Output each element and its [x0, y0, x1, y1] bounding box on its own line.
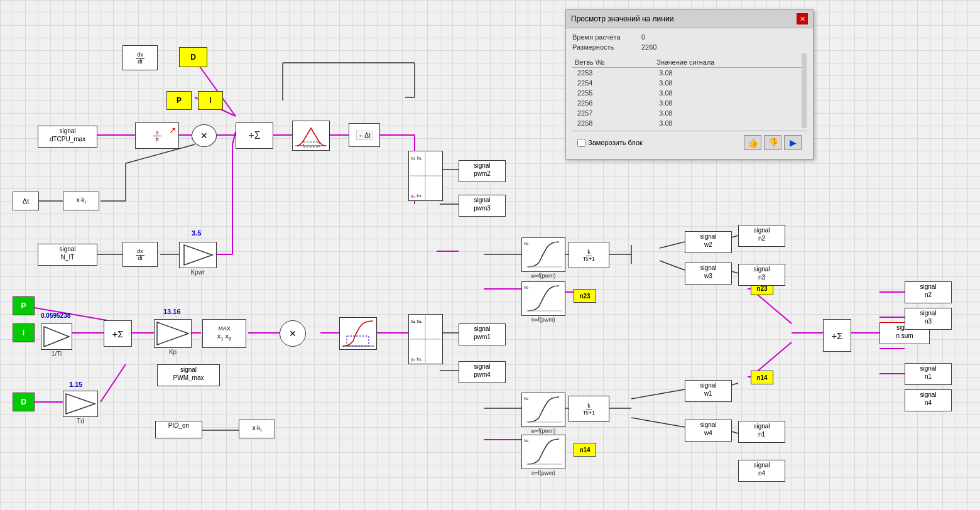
- kp-label: Kp: [154, 349, 192, 355]
- svg-marker-80: [66, 394, 95, 414]
- kpwr-block[interactable]: [179, 242, 217, 268]
- w-fpwm-bottom-label: w=f(pwm): [521, 428, 565, 434]
- gaussian-block[interactable]: [292, 121, 330, 151]
- svg-text:γₐ b₁: γₐ b₁: [411, 356, 422, 362]
- signal-n3-block[interactable]: signal n3: [738, 264, 785, 286]
- panel-title: Просмотр значений на линии: [571, 14, 673, 23]
- panel-ok-button[interactable]: 👍: [744, 135, 761, 150]
- sum-block-top[interactable]: +Σ: [236, 122, 273, 149]
- panel-table-row: 22583.08: [572, 118, 802, 128]
- kp-block[interactable]: [154, 319, 192, 348]
- n14-label-bottom[interactable]: n14: [574, 443, 596, 457]
- signal-n2-right-block[interactable]: signal n2: [905, 281, 952, 303]
- signal-pwm2-block[interactable]: signal pwm2: [459, 160, 506, 182]
- signal-pwm4-block[interactable]: signal pwm4: [459, 361, 506, 383]
- panel-action-buttons: 👍 👎 ▶: [744, 135, 802, 150]
- w-fpwm-top-label: w=f(pwm): [521, 273, 565, 279]
- svg-rect-94: [523, 283, 564, 315]
- panel-titlebar: Просмотр значений на линии ✕: [566, 10, 813, 28]
- kpwr-label: Kpwr: [179, 269, 217, 276]
- signal-w3-block[interactable]: signal w3: [685, 263, 732, 285]
- w-fpwm-bottom-block[interactable]: №: [521, 393, 565, 427]
- dxdt-block-top[interactable]: dx dt: [122, 45, 158, 70]
- td-block[interactable]: [63, 391, 98, 417]
- signal-n2-block[interactable]: signal n2: [738, 225, 785, 247]
- multiply-block[interactable]: ✕: [192, 124, 217, 147]
- one-over-ti-block[interactable]: [41, 323, 72, 350]
- signal-w2-block[interactable]: signal w2: [685, 231, 732, 253]
- signal-w4-block[interactable]: signal w4: [685, 420, 732, 442]
- td-value: 1.15: [69, 381, 82, 388]
- svg-rect-77: [340, 318, 376, 349]
- signal-n4-right-block[interactable]: signal n4: [905, 389, 952, 411]
- svg-text:a₁ b₁: a₁ b₁: [411, 318, 422, 324]
- signal-w1-block[interactable]: signal w1: [685, 380, 732, 402]
- svg-rect-97: [523, 394, 564, 426]
- signal-n1-block[interactable]: signal n1: [738, 421, 785, 443]
- xki-pid-block[interactable]: x·ki: [239, 420, 275, 438]
- max-block[interactable]: MAXX1 X2: [202, 319, 246, 348]
- panel-play-button[interactable]: ▶: [784, 135, 802, 150]
- p-block[interactable]: P: [166, 91, 192, 110]
- signal-pidon-block[interactable]: PID_on: [155, 421, 202, 438]
- svg-text:№: №: [524, 285, 529, 290]
- svg-text:№: №: [524, 396, 529, 401]
- lookup-pid-block[interactable]: [339, 317, 377, 350]
- signal-n4-block[interactable]: signal n4: [738, 460, 785, 482]
- value-cell: 3.08: [654, 78, 802, 88]
- xki-block[interactable]: x·ki: [63, 192, 99, 210]
- sum-right-block[interactable]: +Σ: [823, 319, 851, 352]
- value-cell: 3.08: [654, 98, 802, 108]
- panel-table: Ветвь \№ Значение сигнала 22533.0822543.…: [572, 57, 802, 128]
- panel-close-button[interactable]: ✕: [797, 13, 808, 24]
- signal-pwm1-block[interactable]: signal pwm1: [459, 323, 506, 345]
- signal-dtcpu-block[interactable]: signal dTCPU_max: [38, 126, 97, 148]
- transfer-top-block[interactable]: k Ts+1: [569, 242, 609, 268]
- d-green-block[interactable]: D: [13, 393, 35, 411]
- n23-label-top[interactable]: n23: [574, 289, 596, 303]
- panel-body: Время расчёта 0 Размерность 2260 Ветвь \…: [566, 28, 813, 159]
- value-cell: 3.08: [654, 118, 802, 128]
- branch-cell: 2258: [572, 118, 654, 128]
- transfer-bottom-block[interactable]: k Ts+1: [569, 396, 609, 422]
- d-block[interactable]: D: [179, 47, 207, 67]
- i-block[interactable]: I: [198, 91, 223, 110]
- panel-cancel-button[interactable]: 👎: [764, 135, 781, 150]
- n-fpwm-top-block[interactable]: №: [521, 281, 565, 316]
- delta-t-small[interactable]: Δt: [13, 192, 39, 210]
- ab-divider-block[interactable]: a b ↗: [135, 122, 179, 149]
- svg-rect-91: [523, 239, 564, 271]
- i-green-block[interactable]: I: [13, 323, 35, 342]
- signal-pwm3-block[interactable]: signal pwm3: [459, 195, 506, 217]
- panel-time-value: 0: [641, 33, 645, 41]
- n-fpwm-bottom-label: n=f(pwm): [521, 470, 565, 476]
- panel-table-row: 22533.08: [572, 68, 802, 79]
- delta-t-block[interactable]: ←Δt: [349, 123, 380, 147]
- sum-pid-block[interactable]: +Σ: [104, 320, 132, 347]
- freeze-checkbox[interactable]: [577, 139, 585, 147]
- svg-text:γₐ b₁: γₐ b₁: [411, 193, 422, 198]
- signal-n3-right-block[interactable]: signal n3: [905, 308, 952, 330]
- value-cell: 3.08: [654, 108, 802, 118]
- signal-nit-block[interactable]: signal N_IT: [38, 244, 97, 266]
- n-fpwm-bottom-block[interactable]: №: [521, 435, 565, 469]
- panel-col2-header: Значение сигнала: [654, 57, 802, 68]
- w-fpwm-top-block[interactable]: №: [521, 237, 565, 272]
- panel-table-row: 22543.08: [572, 78, 802, 88]
- svg-text:№: №: [524, 438, 529, 443]
- lookup-2d-top[interactable]: a₁ b₁ γₐ b₁: [408, 151, 443, 201]
- dxdt-block-nit[interactable]: dx dt: [122, 242, 158, 267]
- multiply-pid-block[interactable]: ✕: [280, 320, 306, 347]
- lookup-2d-bottom[interactable]: a₁ b₁ γₐ b₁: [408, 314, 443, 364]
- panel-table-row: 22573.08: [572, 108, 802, 118]
- signal-values-panel: Просмотр значений на линии ✕ Время расчё…: [565, 9, 814, 160]
- kp-value: 13.16: [163, 308, 181, 315]
- freeze-checkbox-row: Заморозить блок: [577, 139, 643, 147]
- branch-cell: 2255: [572, 88, 654, 98]
- branch-cell: 2254: [572, 78, 654, 88]
- signal-n1-right-block[interactable]: signal n1: [905, 363, 952, 385]
- n14-label-second[interactable]: n14: [751, 371, 773, 384]
- p-green-block[interactable]: P: [13, 296, 35, 315]
- svg-rect-100: [523, 436, 564, 468]
- signal-pwmmax-block[interactable]: signal PWM_max: [157, 364, 220, 386]
